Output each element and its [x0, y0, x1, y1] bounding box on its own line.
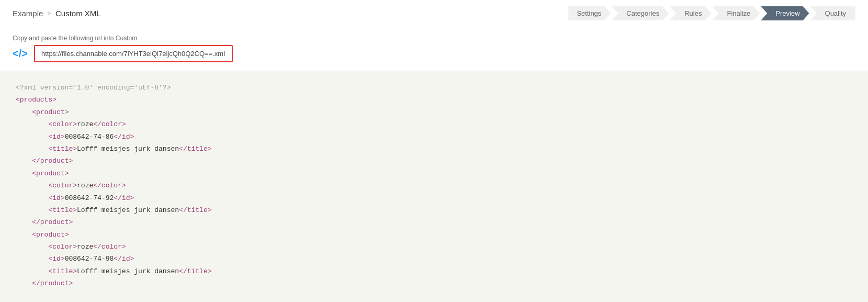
- xml-declaration: <?xml version='1.0' encoding='utf-8'?>: [16, 82, 852, 94]
- url-label: Copy and paste the following url into Cu…: [13, 35, 855, 42]
- xml-line: <color>roze</color>: [16, 118, 852, 130]
- wizard-step-categories[interactable]: Categories: [612, 6, 669, 20]
- url-box[interactable]: https://files.channable.com/7iYHT3eiQl7e…: [34, 45, 233, 62]
- xml-line: <title>Lofff meisjes jurk dansen</title>: [16, 204, 852, 216]
- xml-line: </product>: [16, 277, 852, 289]
- breadcrumb-parent[interactable]: Example: [13, 9, 43, 18]
- header: Example > Custom XML SettingsCategoriesR…: [0, 0, 868, 27]
- wizard-steps: SettingsCategoriesRulesFinalizePreviewQu…: [568, 6, 855, 20]
- xml-line: <id>008642-74-98</id>: [16, 253, 852, 265]
- xml-line: <title>Lofff meisjes jurk dansen</title>: [16, 143, 852, 155]
- breadcrumb-separator: >: [47, 9, 51, 17]
- xml-line: <color>roze</color>: [16, 241, 852, 253]
- xml-line: <products>: [16, 94, 852, 106]
- xml-line: <id>008642-74-86</id>: [16, 131, 852, 143]
- xml-content-area: <?xml version='1.0' encoding='utf-8'?><p…: [0, 71, 868, 300]
- xml-line: </product>: [16, 155, 852, 167]
- xml-line: <id>008642-74-92</id>: [16, 192, 852, 204]
- wizard-step-finalize[interactable]: Finalize: [712, 6, 760, 20]
- xml-line: <product>: [16, 167, 852, 180]
- wizard-step-settings[interactable]: Settings: [568, 6, 611, 20]
- wizard-step-rules[interactable]: Rules: [670, 6, 711, 20]
- xml-line: </product>: [16, 216, 852, 228]
- breadcrumb: Example > Custom XML: [13, 9, 101, 18]
- xml-line: <title>Lofff meisjes jurk dansen</title>: [16, 265, 852, 277]
- xml-line: <color>roze</color>: [16, 180, 852, 192]
- wizard-step-quality[interactable]: Quality: [810, 6, 855, 20]
- xml-icon: </>: [13, 48, 28, 60]
- wizard-step-preview[interactable]: Preview: [761, 6, 809, 20]
- url-section: Copy and paste the following url into Cu…: [0, 27, 868, 71]
- xml-line: <product>: [16, 106, 852, 118]
- xml-line: <product>: [16, 229, 852, 241]
- breadcrumb-current: Custom XML: [55, 9, 101, 18]
- url-row: </> https://files.channable.com/7iYHT3ei…: [13, 45, 855, 62]
